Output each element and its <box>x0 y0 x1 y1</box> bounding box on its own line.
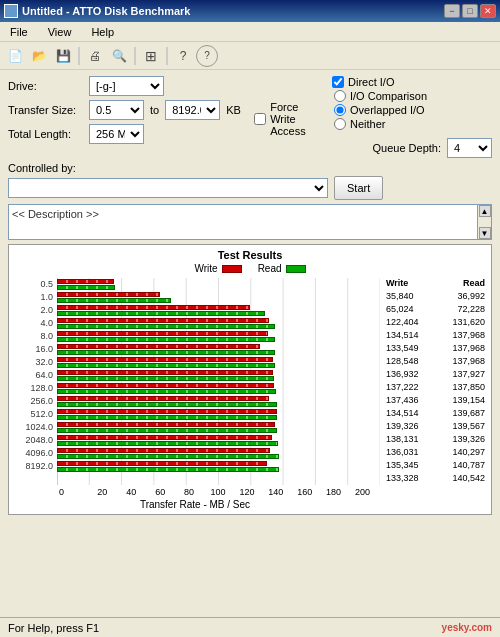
bar-row <box>57 330 380 343</box>
y-label: 128.0 <box>13 382 53 395</box>
read-value: 139,154 <box>452 394 485 407</box>
window-controls: − □ ✕ <box>444 4 496 18</box>
scroll-up-arrow[interactable]: ▲ <box>479 205 491 217</box>
x-label: 140 <box>261 487 290 497</box>
scroll-track <box>479 217 491 227</box>
write-value: 35,840 <box>386 290 414 303</box>
help-button[interactable]: ? <box>172 45 194 67</box>
x-label: 0 <box>59 487 88 497</box>
bar-row <box>57 421 380 434</box>
read-bar <box>57 298 171 303</box>
close-button[interactable]: ✕ <box>480 4 496 18</box>
write-value: 138,131 <box>386 433 419 446</box>
y-label: 512.0 <box>13 408 53 421</box>
y-label: 4096.0 <box>13 447 53 460</box>
y-label: 8192.0 <box>13 460 53 473</box>
read-bar <box>57 402 277 407</box>
read-bar <box>57 454 279 459</box>
scroll-down-arrow[interactable]: ▼ <box>479 227 491 239</box>
y-label: 1024.0 <box>13 421 53 434</box>
queue-depth-label: Queue Depth: <box>373 142 442 154</box>
value-row: 139,326139,567 <box>386 420 487 433</box>
grid-button[interactable]: ⊞ <box>140 45 162 67</box>
maximize-button[interactable]: □ <box>462 4 478 18</box>
queue-depth-select[interactable]: 4 <box>447 138 492 158</box>
transfer-size-to-select[interactable]: 8192.0 <box>165 100 220 120</box>
write-value: 137,436 <box>386 394 419 407</box>
read-legend-color <box>286 265 306 273</box>
x-label: 20 <box>88 487 117 497</box>
value-row: 133,328140,542 <box>386 472 487 485</box>
start-button[interactable]: Start <box>334 176 383 200</box>
read-bar <box>57 467 279 472</box>
total-length-select[interactable]: 256 MB <box>89 124 144 144</box>
read-value: 137,968 <box>452 329 485 342</box>
y-label: 2.0 <box>13 304 53 317</box>
y-label: 16.0 <box>13 343 53 356</box>
queue-depth-row: Queue Depth: 4 <box>332 138 492 158</box>
bar-row <box>57 278 380 291</box>
value-row: 122,404131,620 <box>386 316 487 329</box>
total-length-row: Total Length: 256 MB <box>8 124 246 144</box>
menu-view[interactable]: View <box>42 24 78 40</box>
x-label: 40 <box>117 487 146 497</box>
value-row: 137,436139,154 <box>386 394 487 407</box>
print-button[interactable]: 🖨 <box>84 45 106 67</box>
minimize-button[interactable]: − <box>444 4 460 18</box>
bar-row <box>57 395 380 408</box>
preview-button[interactable]: 🔍 <box>108 45 130 67</box>
io-comparison-radio[interactable] <box>334 90 346 102</box>
read-legend: Read <box>258 263 306 274</box>
write-bar <box>57 370 273 375</box>
read-bar <box>57 389 276 394</box>
write-value: 137,222 <box>386 381 419 394</box>
write-bar <box>57 461 267 466</box>
read-value: 72,228 <box>457 303 485 316</box>
bar-row <box>57 304 380 317</box>
menu-bar: File View Help <box>0 22 500 42</box>
description-box: << Description >> ▲ ▼ <box>8 204 492 240</box>
value-row: 136,932137,927 <box>386 368 487 381</box>
transfer-size-from-select[interactable]: 0.5 <box>89 100 144 120</box>
write-bar <box>57 344 260 349</box>
read-header: Read <box>463 278 485 288</box>
total-length-label: Total Length: <box>8 128 83 140</box>
neither-radio[interactable] <box>334 118 346 130</box>
bars-area <box>57 278 380 485</box>
help-text: For Help, press F1 <box>8 622 99 634</box>
chart-container: Test Results Write Read 0.51.02.04.08.01… <box>8 244 492 515</box>
toolbar-sep-3 <box>166 47 168 65</box>
write-legend-color <box>222 265 242 273</box>
open-button[interactable]: 📂 <box>28 45 50 67</box>
value-row: 136,031140,297 <box>386 446 487 459</box>
drive-label: Drive: <box>8 80 83 92</box>
overlapped-io-radio[interactable] <box>334 104 346 116</box>
write-bar <box>57 435 272 440</box>
read-value: 137,927 <box>452 368 485 381</box>
about-button[interactable]: ? <box>196 45 218 67</box>
controlled-by-select[interactable] <box>8 178 328 198</box>
write-header: Write <box>386 278 408 288</box>
form-area: Drive: [-g-] Transfer Size: 0.5 to 8192.… <box>8 76 492 158</box>
read-value: 137,850 <box>452 381 485 394</box>
menu-file[interactable]: File <box>4 24 34 40</box>
read-bar <box>57 415 277 420</box>
menu-help[interactable]: Help <box>85 24 120 40</box>
force-write-label: Force Write Access <box>270 101 324 137</box>
direct-io-checkbox[interactable] <box>332 76 344 88</box>
x-label: 160 <box>290 487 319 497</box>
drive-select[interactable]: [-g-] <box>89 76 164 96</box>
chart-title: Test Results <box>13 249 487 261</box>
save-button[interactable]: 💾 <box>52 45 74 67</box>
chart-body: 0.51.02.04.08.016.032.064.0128.0256.0512… <box>13 278 487 485</box>
write-value: 136,031 <box>386 446 419 459</box>
write-value: 65,024 <box>386 303 414 316</box>
new-button[interactable]: 📄 <box>4 45 26 67</box>
force-write-checkbox[interactable] <box>254 113 266 125</box>
status-bar: For Help, press F1 yesky.com <box>0 617 500 637</box>
bar-row <box>57 369 380 382</box>
y-label: 1.0 <box>13 291 53 304</box>
io-comparison-label: I/O Comparison <box>350 90 427 102</box>
write-value: 128,548 <box>386 355 419 368</box>
controlled-by-row: Start <box>8 176 492 200</box>
